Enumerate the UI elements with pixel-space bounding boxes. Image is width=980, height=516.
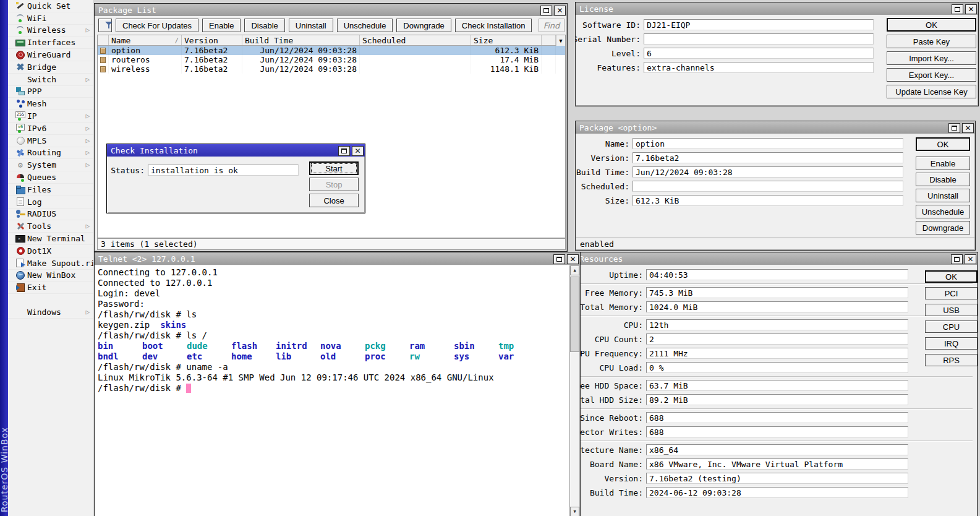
irq-button[interactable]: IRQ (925, 337, 978, 350)
license-field-features[interactable]: extra-channels (644, 62, 874, 73)
close-button[interactable]: ✕ (567, 254, 579, 264)
close-button[interactable]: ✕ (965, 4, 977, 14)
resources-field-cpu-load[interactable]: 0 % (646, 362, 908, 373)
update-license-key-button[interactable]: Update License Key (887, 85, 976, 98)
sidebar-item-quick-set[interactable]: Quick Set (8, 0, 93, 12)
uninstall-button[interactable]: Uninstall (916, 189, 970, 202)
uninstall-button[interactable]: Uninstall (289, 19, 333, 32)
resources-field-cpu-count[interactable]: 2 (646, 333, 908, 345)
column-selector-button[interactable]: ▼ (556, 35, 565, 46)
titlebar-telnet[interactable]: Telnet <2> 127.0.0.1 ✕ (95, 252, 580, 265)
column-header-icon[interactable] (98, 35, 109, 45)
scrollbar-thumb[interactable] (570, 277, 579, 352)
resources-field-architecture-name[interactable]: x86_64 (646, 444, 908, 455)
export-key-button[interactable]: Export Key... (887, 68, 976, 82)
titlebar-package-option[interactable]: Package <option> ✕ (576, 121, 975, 134)
close-button[interactable]: ✕ (965, 254, 976, 264)
sidebar-item-ip[interactable]: IP▷ (8, 110, 93, 123)
sidebar-item-switch[interactable]: Switch▷ (8, 74, 93, 86)
resources-field-version[interactable]: 7.16beta2 (testing) (646, 473, 908, 484)
filter-button[interactable] (98, 19, 112, 32)
status-input[interactable]: installation is ok (148, 165, 299, 176)
resources-field-free-hdd-space[interactable]: 63.7 MiB (646, 380, 908, 391)
maximize-button[interactable] (951, 254, 963, 264)
ok-button[interactable]: OK (887, 18, 976, 32)
terminal-scrollbar[interactable]: ▲ ▼ (569, 265, 579, 516)
titlebar-license[interactable]: License ✕ (576, 2, 978, 15)
sidebar-item-new-winbox[interactable]: New WinBox (8, 270, 93, 282)
resources-field-sector-writes-since-reboot[interactable]: 688 (646, 412, 908, 423)
sidebar-item-windows[interactable]: Windows▷ (8, 306, 93, 319)
license-field-software-id[interactable]: DJ21-EIQP (644, 19, 874, 30)
sidebar-item-wifi[interactable]: WiFi (8, 12, 93, 25)
maximize-button[interactable] (948, 123, 960, 133)
column-header-version[interactable]: Version (182, 35, 242, 45)
start-button[interactable]: Start (309, 161, 359, 175)
titlebar-check-installation[interactable]: Check Installation ✕ (107, 144, 365, 157)
import-key-button[interactable]: Import Key... (887, 51, 976, 65)
resources-field-free-memory[interactable]: 745.3 MiB (646, 287, 908, 298)
disable-button[interactable]: Disable (244, 19, 284, 32)
ok-button[interactable]: OK (916, 137, 970, 151)
rps-button[interactable]: RPS (925, 354, 978, 366)
sidebar-item-files[interactable]: Files (8, 184, 93, 196)
sidebar-item-mesh[interactable]: Mesh (8, 98, 93, 110)
resources-field-total-sector-writes[interactable]: 688 (646, 426, 908, 437)
scroll-down-button[interactable]: ▼ (570, 507, 579, 516)
package-option-field-name[interactable]: option (633, 138, 903, 149)
check-installation-button[interactable]: Check Installation (455, 19, 532, 32)
resources-field-build-time[interactable]: 2024-06-12 09:03:28 (646, 487, 908, 498)
unschedule-button[interactable]: Unschedule (337, 19, 393, 32)
maximize-button[interactable] (540, 6, 552, 15)
sidebar-item-wireless[interactable]: Wireless▷ (8, 25, 93, 37)
sidebar-item-exit[interactable]: Exit (8, 282, 93, 294)
maximize-button[interactable] (952, 4, 963, 14)
sidebar-item-radius[interactable]: RADIUS (8, 209, 93, 221)
find-button[interactable]: Find (539, 19, 565, 32)
close-button[interactable]: ✕ (352, 146, 364, 156)
maximize-button[interactable] (338, 146, 350, 156)
package-option-field-scheduled[interactable] (633, 181, 903, 192)
sidebar-item-wireguard[interactable]: WireGuard (8, 49, 93, 61)
close-button[interactable]: Close (309, 194, 359, 207)
downgrade-button[interactable]: Downgrade (916, 221, 970, 234)
maximize-button[interactable] (553, 254, 565, 264)
column-header-scheduled[interactable]: Scheduled (360, 35, 471, 45)
resources-field-total-memory[interactable]: 1024.0 MiB (646, 301, 908, 312)
titlebar-resources[interactable]: Resources ✕ (576, 252, 978, 265)
resources-field-total-hdd-size[interactable]: 89.2 MiB (646, 394, 908, 405)
license-field-level[interactable]: 6 (644, 48, 874, 59)
sidebar-item-bridge[interactable]: Bridge (8, 61, 93, 74)
enable-button[interactable]: Enable (202, 19, 241, 32)
downgrade-button[interactable]: Downgrade (396, 19, 451, 32)
sidebar-item-ipv6[interactable]: IPv6▷ (8, 123, 93, 135)
pci-button[interactable]: PCI (925, 287, 978, 299)
sidebar-item-make-supout-rif[interactable]: Make Supout.rif (8, 257, 93, 270)
sidebar-item-queues[interactable]: Queues (8, 171, 93, 184)
sidebar-item-interfaces[interactable]: Interfaces (8, 37, 93, 49)
disable-button[interactable]: Disable (916, 173, 970, 186)
resources-field-cpu[interactable]: 12th (646, 319, 908, 330)
sidebar-item-ppp[interactable]: PPP (8, 86, 93, 98)
cpu-button[interactable]: CPU (925, 320, 978, 333)
sidebar-item-mpls[interactable]: MPLS▷ (8, 135, 93, 147)
resources-field-cpu-frequency[interactable]: 2111 MHz (646, 348, 908, 359)
close-button[interactable]: ✕ (554, 6, 566, 15)
package-option-field-size[interactable]: 612.3 KiB (633, 195, 903, 206)
column-header-name[interactable]: Name∕ (109, 35, 182, 45)
paste-key-button[interactable]: Paste Key (887, 35, 976, 48)
column-header-size[interactable]: Size (471, 35, 542, 45)
sidebar-item-dot1x[interactable]: Dot1X (8, 245, 93, 257)
close-button[interactable]: ✕ (962, 123, 974, 133)
ok-button[interactable]: OK (925, 270, 978, 283)
sidebar-item-routing[interactable]: Routing▷ (8, 147, 93, 160)
resources-field-board-name[interactable]: x86 VMware, Inc. VMware Virtual Platform (646, 458, 908, 470)
license-field-serial-number[interactable] (644, 33, 874, 45)
sidebar-item-system[interactable]: System▷ (8, 159, 93, 171)
scroll-up-button[interactable]: ▲ (570, 265, 579, 275)
resources-field-uptime[interactable]: 04:40:53 (646, 269, 908, 280)
titlebar-package-list[interactable]: Package List ✕ (95, 4, 567, 16)
package-option-field-build-time[interactable]: Jun/12/2024 09:03:28 (633, 166, 903, 178)
sidebar-item-tools[interactable]: Tools▷ (8, 220, 93, 233)
unschedule-button[interactable]: Unschedule (916, 205, 970, 218)
